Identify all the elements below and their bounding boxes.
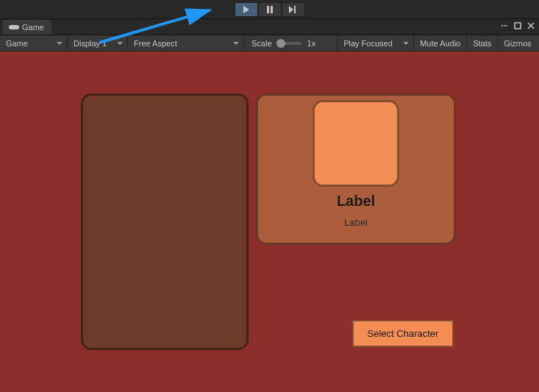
svg-rect-1 [267, 6, 269, 13]
play-focused-label: Play Focused [343, 39, 393, 48]
chevron-down-icon [403, 42, 409, 45]
svg-rect-2 [271, 6, 273, 13]
stats-toggle[interactable]: Stats [467, 35, 498, 51]
play-focused-dropdown[interactable]: Play Focused [338, 35, 414, 51]
step-button[interactable] [282, 2, 305, 17]
svg-rect-4 [294, 6, 296, 13]
gamepad-icon [9, 24, 19, 31]
editor-playback-bar [0, 0, 539, 19]
pause-icon [266, 6, 274, 13]
chevron-down-icon [233, 42, 239, 45]
svg-marker-0 [243, 6, 249, 13]
character-portrait [313, 100, 399, 187]
tab-game[interactable]: Game [3, 20, 51, 35]
play-button[interactable] [235, 2, 258, 17]
window-controls [499, 21, 536, 31]
playback-button-group [235, 2, 305, 17]
game-toolbar: Game Display 1 Free Aspect Scale 1x Play… [0, 35, 539, 51]
svg-rect-9 [515, 23, 521, 29]
scale-label: Scale [244, 39, 276, 48]
gizmos-label: Gizmos [504, 39, 531, 48]
chevron-down-icon [117, 42, 123, 45]
mute-audio-toggle[interactable]: Mute Audio [414, 35, 467, 51]
character-name-label: Label [337, 193, 375, 210]
game-mode-label: Game [6, 39, 28, 48]
scale-slider[interactable] [279, 42, 301, 45]
character-sub-label: Label [344, 217, 368, 228]
tab-label: Game [22, 23, 44, 32]
character-card: Label Label [256, 93, 456, 245]
scale-value: 1x [304, 39, 321, 48]
svg-point-6 [501, 25, 503, 26]
display-dropdown[interactable]: Display 1 [68, 35, 128, 51]
stats-label: Stats [473, 39, 491, 48]
svg-point-8 [506, 25, 507, 26]
svg-point-7 [504, 25, 505, 26]
aspect-dropdown[interactable]: Free Aspect [128, 35, 244, 51]
step-icon [289, 6, 298, 13]
tab-bar: Game [0, 19, 539, 35]
left-panel [81, 93, 249, 350]
game-view: Label Label Select Character [0, 51, 539, 392]
select-character-button[interactable]: Select Character [352, 320, 454, 347]
mute-audio-label: Mute Audio [420, 39, 460, 48]
game-mode-dropdown[interactable]: Game [0, 35, 68, 51]
aspect-label: Free Aspect [134, 39, 177, 48]
maximize-icon[interactable] [513, 21, 523, 31]
options-menu-icon[interactable] [499, 21, 510, 31]
svg-rect-5 [9, 25, 19, 29]
select-character-label: Select Character [368, 328, 439, 339]
svg-marker-3 [289, 6, 293, 13]
chevron-down-icon [57, 42, 63, 45]
gizmos-toggle[interactable]: Gizmos [498, 35, 537, 51]
pause-button[interactable] [258, 2, 282, 17]
play-icon [243, 6, 250, 13]
toolbar-spacer [320, 35, 338, 51]
close-icon[interactable] [526, 21, 536, 31]
display-label: Display 1 [74, 39, 107, 48]
slider-thumb[interactable] [276, 39, 285, 48]
